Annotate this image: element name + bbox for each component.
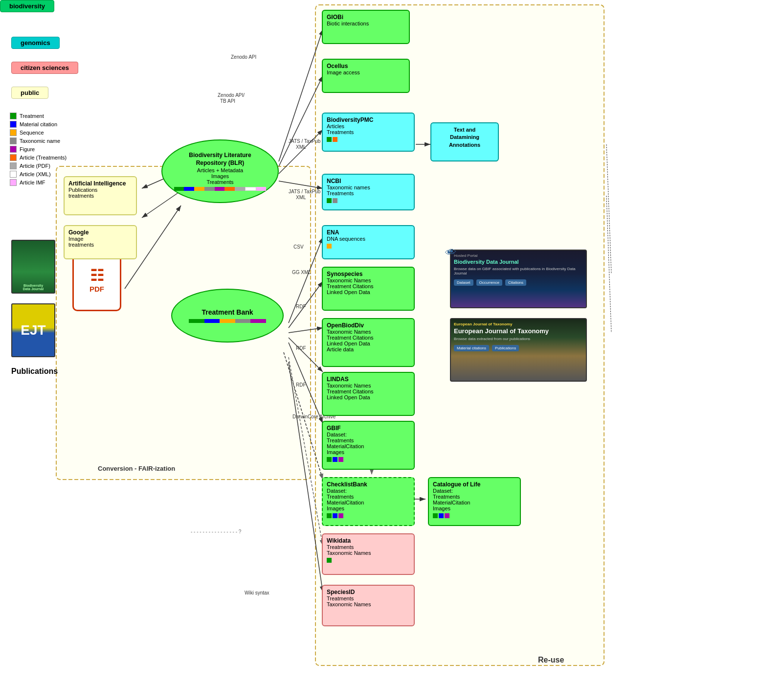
legend-color-figure bbox=[10, 146, 17, 153]
node-checklistbank: ChecklistBank Dataset: Treatments Materi… bbox=[322, 477, 415, 526]
node-ncbi: NCBI Taxonomic names Treatments bbox=[322, 174, 415, 210]
conversion-label: Conversion - FAIR-ization bbox=[98, 465, 175, 472]
publications-label: Publications bbox=[11, 367, 58, 376]
node-synospecies: Synospecies Taxonomic Names Treatment Ci… bbox=[322, 267, 415, 311]
tag-public: public bbox=[11, 87, 48, 99]
node-text-datamining: Text andDataminingAnnotations bbox=[430, 122, 499, 161]
node-lindas: LINDAS Taxonomic Names Treatment Citatio… bbox=[322, 372, 415, 416]
node-gbif: GBIF Dataset: Treatments MaterialCitatio… bbox=[322, 421, 415, 470]
legend-treatment: Treatment bbox=[10, 113, 67, 119]
svg-line-22 bbox=[606, 144, 611, 274]
legend-color-material bbox=[10, 121, 17, 128]
portal-ejt: European Journal of Taxonomy European Jo… bbox=[450, 318, 587, 382]
svg-line-19 bbox=[289, 357, 323, 546]
svg-text:Wiki syntax: Wiki syntax bbox=[245, 590, 269, 595]
svg-text:XML: XML bbox=[296, 195, 306, 200]
svg-text:- - - - - - - - - - - - - - - : - - - - - - - - - - - - - - - - ? bbox=[191, 529, 242, 534]
reuse-label: Re-use bbox=[538, 656, 564, 664]
node-google: Google Image treatments bbox=[64, 225, 137, 259]
tag-biodiversity: biodiversity bbox=[0, 0, 54, 12]
svg-line-10 bbox=[279, 181, 323, 188]
node-ena: ENA DNA sequences bbox=[322, 225, 415, 259]
legend-color-treatment bbox=[10, 113, 17, 119]
node-ai: Artificial Intelligence Publications tre… bbox=[64, 176, 137, 215]
node-catalogue-of-life: Catalogue of Life Dataset: Treatments Ma… bbox=[428, 477, 521, 526]
legend-sequence: Sequence bbox=[10, 129, 67, 136]
node-biodiversitypmc: BiodiversityPMC Articles Treatments bbox=[322, 113, 415, 152]
portal-bdj: Hosted Portal Biodiversity Data Journal … bbox=[450, 250, 587, 308]
svg-line-13 bbox=[289, 328, 323, 333]
svg-line-5 bbox=[142, 191, 181, 218]
node-treatment-bank: Treatment Bank bbox=[171, 289, 284, 343]
svg-line-16 bbox=[284, 352, 323, 480]
svg-line-11 bbox=[289, 237, 323, 323]
legend-figure: Figure bbox=[10, 146, 67, 153]
svg-line-12 bbox=[289, 281, 323, 328]
legend-article-treatments: Article (Treatments) bbox=[10, 154, 67, 161]
pub-bdj: Biodiversity Data Journal bbox=[11, 240, 55, 294]
legend-color-article-imf bbox=[10, 179, 17, 186]
node-wikidata: Wikidata Treatments Taxonomic Names bbox=[322, 533, 415, 575]
svg-text:JATS / TaxPub: JATS / TaxPub bbox=[289, 138, 321, 144]
svg-text:Zenodo API/: Zenodo API/ bbox=[218, 92, 245, 98]
legend-color-taxname bbox=[10, 137, 17, 144]
svg-line-14 bbox=[289, 338, 323, 372]
node-ocellus: Ocellus Image access bbox=[322, 59, 410, 93]
svg-text:CSV: CSV bbox=[293, 244, 304, 250]
legend-color-article-pdf bbox=[10, 162, 17, 169]
node-speciesid: SpeciesID Treatments Taxonomic Names bbox=[322, 585, 415, 626]
svg-line-7 bbox=[279, 29, 323, 161]
svg-text:GG XML: GG XML bbox=[292, 270, 311, 275]
legend-material: Material citation bbox=[10, 121, 67, 128]
svg-line-23 bbox=[606, 196, 611, 333]
legend-article-imf: Article IMF bbox=[10, 179, 67, 186]
svg-text:RDF: RDF bbox=[296, 345, 306, 351]
tag-citizen-sciences: citizen sciences bbox=[11, 62, 78, 74]
node-giobj: GIOBi Biotic interactions bbox=[322, 10, 410, 44]
legend-article-pdf: Article (PDF) bbox=[10, 162, 67, 169]
eye-icon: 👁 bbox=[448, 247, 456, 257]
legend-taxname: Taxonomic name bbox=[10, 137, 67, 144]
svg-line-9 bbox=[279, 130, 323, 174]
svg-line-20 bbox=[289, 362, 323, 592]
legend: Treatment Material citation Sequence Tax… bbox=[10, 113, 67, 187]
svg-line-8 bbox=[279, 76, 323, 166]
svg-text:Zenodo API: Zenodo API bbox=[231, 54, 256, 60]
pub-ejt: EJT bbox=[11, 303, 55, 357]
legend-color-sequence bbox=[10, 129, 17, 136]
svg-text:XML: XML bbox=[296, 144, 306, 150]
node-blr: Biodiversity LiteratureRepository (BLR) … bbox=[161, 139, 279, 203]
svg-text:RDF: RDF bbox=[296, 382, 306, 388]
svg-text:JATS / TaxPub: JATS / TaxPub bbox=[289, 189, 321, 194]
svg-text:TB API: TB API bbox=[220, 98, 235, 104]
legend-color-article-treatments bbox=[10, 154, 17, 161]
tag-genomics: genomics bbox=[11, 37, 60, 49]
legend-article-xml: Article (XML) bbox=[10, 171, 67, 178]
legend-color-article-xml bbox=[10, 171, 17, 178]
node-openbiodiv: OpenBiodDiv Taxonomic Names Treatment Ci… bbox=[322, 318, 415, 367]
svg-line-15 bbox=[289, 343, 323, 423]
svg-text:RDF: RDF bbox=[296, 304, 306, 309]
